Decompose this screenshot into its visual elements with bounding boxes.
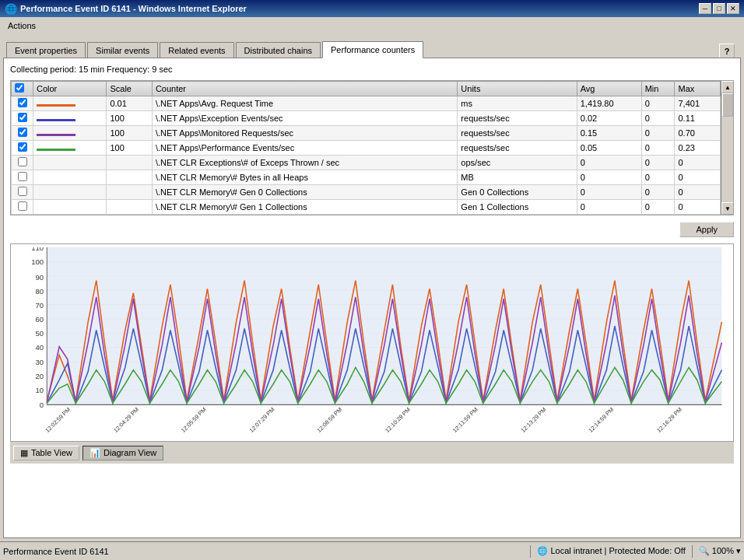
svg-text:40: 40 <box>35 343 44 352</box>
col-units[interactable]: Units <box>458 82 577 96</box>
actions-menu[interactable]: Actions <box>3 19 40 32</box>
tab-related-events[interactable]: Related events <box>160 42 233 58</box>
row-checkbox[interactable] <box>18 142 27 152</box>
scroll-down[interactable]: ▼ <box>721 202 734 215</box>
max-value: 0 <box>675 170 721 185</box>
col-color[interactable]: Color <box>33 82 107 96</box>
counter-name: \.NET CLR Memory\# Bytes in all Heaps <box>152 170 457 185</box>
col-scale[interactable]: Scale <box>107 82 152 96</box>
max-value: 7,401 <box>675 96 721 111</box>
max-value: 0.70 <box>675 126 721 141</box>
row-checkbox[interactable] <box>18 187 27 196</box>
svg-text:12:11:59 PM: 12:11:59 PM <box>451 406 479 434</box>
units-value: requests/sec <box>458 141 577 156</box>
svg-text:12:07:29 PM: 12:07:29 PM <box>248 406 276 434</box>
min-value: 0 <box>641 170 675 185</box>
svg-text:12:05:59 PM: 12:05:59 PM <box>180 406 208 434</box>
table-row: \.NET CLR Memory\# Bytes in all HeapsMB0… <box>12 170 721 185</box>
minimize-button[interactable]: ─ <box>699 3 711 14</box>
min-value: 0 <box>641 185 675 200</box>
color-indicator <box>37 119 75 121</box>
table-row: \.NET CLR Memory\# Gen 0 CollectionsGen … <box>12 185 721 200</box>
table-row: 100\.NET Apps\Monitored Requests/secrequ… <box>12 126 721 141</box>
diagram-view-label: Diagram View <box>104 448 156 457</box>
svg-text:100: 100 <box>31 257 44 266</box>
svg-text:0: 0 <box>40 401 44 409</box>
title-bar: 🌐 Performance Event ID 6141 - Windows In… <box>0 0 744 17</box>
avg-value: 0 <box>577 185 641 200</box>
row-checkbox[interactable] <box>18 172 27 181</box>
min-value: 0 <box>641 126 675 141</box>
table-row: 100\.NET Apps\Performance Events/secrequ… <box>12 141 721 156</box>
min-value: 0 <box>641 111 675 126</box>
header-checkbox[interactable] <box>15 83 24 93</box>
svg-text:12:04:29 PM: 12:04:29 PM <box>112 406 140 434</box>
counter-name: \.NET Apps\Avg. Request Time <box>152 96 457 111</box>
tab-event-properties[interactable]: Event properties <box>6 42 86 58</box>
svg-text:70: 70 <box>35 301 44 310</box>
max-value: 0 <box>675 156 721 170</box>
ie-icon: 🌐 <box>5 3 17 15</box>
zone-text: 🌐 Local intranet | Protected Mode: Off <box>537 546 685 556</box>
table-row: 0.01\.NET Apps\Avg. Request Timems1,419.… <box>12 96 721 111</box>
counter-name: \.NET Apps\Monitored Requests/sec <box>152 126 457 141</box>
counter-name: \.NET CLR Exceptions\# of Exceps Thrown … <box>152 156 457 170</box>
col-min[interactable]: Min <box>641 82 675 96</box>
svg-text:12:13:29 PM: 12:13:29 PM <box>520 406 548 434</box>
scroll-thumb[interactable] <box>722 93 733 117</box>
scale-value <box>107 185 152 200</box>
row-checkbox[interactable] <box>18 98 27 107</box>
avg-value: 0.02 <box>577 111 641 126</box>
performance-chart: 110 100 90 80 70 60 50 40 30 20 10 0 <box>14 247 730 438</box>
max-value: 0 <box>675 200 721 215</box>
avg-value: 0 <box>577 200 641 215</box>
chart-icon: 📊 <box>89 448 100 458</box>
col-avg[interactable]: Avg <box>577 82 641 96</box>
col-max[interactable]: Max <box>675 82 721 96</box>
color-indicator <box>37 104 75 107</box>
table-row: \.NET CLR Exceptions\# of Exceps Thrown … <box>12 156 721 170</box>
view-bar: ▦ Table View 📊 Diagram View <box>10 442 734 464</box>
apply-button[interactable]: Apply <box>679 222 734 237</box>
row-checkbox[interactable] <box>18 113 27 122</box>
counters-table-wrapper: Color Scale Counter Units Avg Min Max <box>10 80 734 215</box>
table-row: \.NET CLR Memory\# Gen 1 CollectionsGen … <box>12 200 721 215</box>
row-checkbox[interactable] <box>18 157 27 166</box>
avg-value: 0 <box>577 156 641 170</box>
scroll-track <box>721 93 733 202</box>
units-value: requests/sec <box>458 126 577 141</box>
status-bar: Performance Event ID 6141 🌐 Local intran… <box>0 541 744 560</box>
svg-text:12:14:59 PM: 12:14:59 PM <box>587 406 615 434</box>
tab-distributed-chains[interactable]: Distributed chains <box>236 42 321 58</box>
tab-performance-counters[interactable]: Performance counters <box>322 41 423 58</box>
tab-similar-events[interactable]: Similar events <box>87 42 158 58</box>
help-icon[interactable]: ? <box>719 44 735 59</box>
scale-value: 100 <box>107 111 152 126</box>
close-button[interactable]: ✕ <box>727 3 739 14</box>
scroll-up[interactable]: ▲ <box>721 81 734 93</box>
status-text: Performance Event ID 6141 <box>3 547 524 556</box>
diagram-view-button[interactable]: 📊 Diagram View <box>82 446 163 460</box>
avg-value: 0 <box>577 170 641 185</box>
scale-value: 0.01 <box>107 96 152 111</box>
min-value: 0 <box>641 141 675 156</box>
status-divider-2 <box>692 545 693 558</box>
apply-btn-area: Apply <box>10 215 734 240</box>
tab-bar: Event properties Similar events Related … <box>3 37 741 58</box>
row-checkbox[interactable] <box>18 201 27 211</box>
svg-text:20: 20 <box>35 372 44 380</box>
svg-text:12:10:29 PM: 12:10:29 PM <box>384 406 412 434</box>
units-value: MB <box>458 170 577 185</box>
svg-text:12:02:59 PM: 12:02:59 PM <box>44 406 72 434</box>
scale-value <box>107 156 152 170</box>
scale-value <box>107 200 152 215</box>
collecting-period: Collecting period: 15 min Frequency: 9 s… <box>10 65 734 74</box>
table-view-button[interactable]: ▦ Table View <box>13 446 79 460</box>
col-counter[interactable]: Counter <box>152 82 457 96</box>
globe-icon: 🌐 <box>537 546 548 555</box>
svg-text:90: 90 <box>35 273 44 282</box>
units-value: requests/sec <box>458 111 577 126</box>
maximize-button[interactable]: □ <box>713 3 725 14</box>
row-checkbox[interactable] <box>18 128 27 137</box>
svg-text:12:08:59 PM: 12:08:59 PM <box>315 406 343 434</box>
